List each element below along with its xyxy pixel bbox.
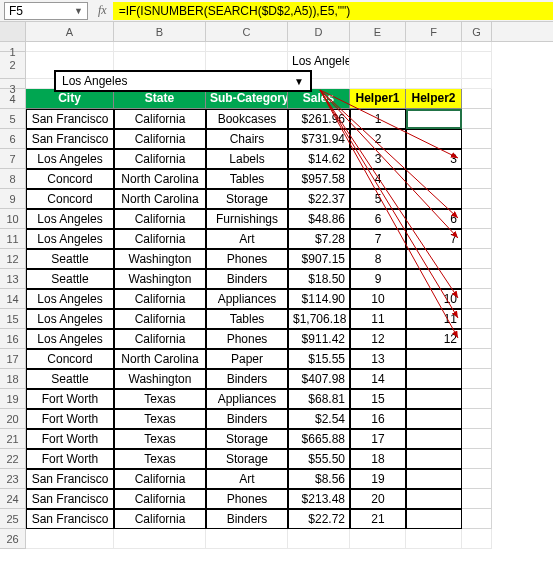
row-header[interactable]: 7 <box>0 149 26 169</box>
cell[interactable]: Fort Worth <box>26 449 114 469</box>
cell[interactable]: 7 <box>406 229 462 249</box>
row-header[interactable]: 4 <box>0 89 26 109</box>
cell[interactable]: Helper2 <box>406 89 462 109</box>
cell[interactable]: Los Angeles <box>26 309 114 329</box>
row-header[interactable]: 22 <box>0 449 26 469</box>
cell[interactable]: $907.15 <box>288 249 350 269</box>
cell[interactable] <box>462 489 492 509</box>
cell[interactable]: $7.28 <box>288 229 350 249</box>
cell[interactable] <box>462 209 492 229</box>
row-header[interactable]: 26 <box>0 529 26 549</box>
cell[interactable]: 12 <box>350 329 406 349</box>
cell[interactable] <box>462 369 492 389</box>
cell[interactable] <box>406 129 462 149</box>
name-box-input[interactable] <box>9 4 69 18</box>
row-header[interactable]: 16 <box>0 329 26 349</box>
cell[interactable] <box>462 269 492 289</box>
cell[interactable]: 19 <box>350 469 406 489</box>
cell[interactable]: $22.37 <box>288 189 350 209</box>
cell[interactable]: Concord <box>26 169 114 189</box>
cell[interactable] <box>406 269 462 289</box>
cell[interactable] <box>406 109 462 129</box>
cell[interactable]: 18 <box>350 449 406 469</box>
cell[interactable]: $18.50 <box>288 269 350 289</box>
cell[interactable]: 8 <box>350 249 406 269</box>
cell[interactable] <box>350 79 406 89</box>
cell[interactable]: 3 <box>406 149 462 169</box>
cell[interactable]: 14 <box>350 369 406 389</box>
cell[interactable] <box>114 42 206 52</box>
row-header[interactable]: 8 <box>0 169 26 189</box>
cell[interactable]: $14.62 <box>288 149 350 169</box>
cell[interactable]: Seattle <box>26 369 114 389</box>
cell[interactable]: 15 <box>350 389 406 409</box>
col-header-D[interactable]: D <box>288 22 350 41</box>
cell[interactable]: Tables <box>206 169 288 189</box>
cell[interactable]: 17 <box>350 429 406 449</box>
cell[interactable]: Fort Worth <box>26 429 114 449</box>
cell[interactable]: North Carolina <box>114 169 206 189</box>
cell[interactable]: $407.98 <box>288 369 350 389</box>
row-header[interactable]: 3 <box>0 79 26 89</box>
row-header[interactable]: 11 <box>0 229 26 249</box>
cell[interactable]: Los Angeles <box>26 289 114 309</box>
cell[interactable] <box>462 52 492 79</box>
cell[interactable]: Seattle <box>26 269 114 289</box>
cell[interactable] <box>462 189 492 209</box>
cell[interactable]: Appliances <box>206 289 288 309</box>
cell[interactable] <box>350 52 406 79</box>
cell[interactable]: California <box>114 149 206 169</box>
row-header[interactable]: 20 <box>0 409 26 429</box>
cell[interactable]: 5 <box>350 189 406 209</box>
cell[interactable] <box>206 42 288 52</box>
cell[interactable]: $957.58 <box>288 169 350 189</box>
cell[interactable]: $2.54 <box>288 409 350 429</box>
cell[interactable]: Binders <box>206 369 288 389</box>
cell[interactable] <box>406 42 462 52</box>
cell[interactable] <box>462 309 492 329</box>
cell[interactable] <box>462 429 492 449</box>
cell[interactable]: California <box>114 309 206 329</box>
row-header[interactable]: 24 <box>0 489 26 509</box>
cell[interactable]: Phones <box>206 329 288 349</box>
cell[interactable]: Sub-Category <box>206 89 288 109</box>
cell[interactable]: 11 <box>350 309 406 329</box>
cell[interactable]: 10 <box>406 289 462 309</box>
cell[interactable] <box>462 329 492 349</box>
cell[interactable] <box>406 249 462 269</box>
cell[interactable]: $15.55 <box>288 349 350 369</box>
cell[interactable]: San Francisco <box>26 509 114 529</box>
cell[interactable]: Texas <box>114 389 206 409</box>
cell[interactable]: $55.50 <box>288 449 350 469</box>
cell[interactable] <box>350 529 406 549</box>
cell[interactable]: Art <box>206 229 288 249</box>
cell[interactable]: Binders <box>206 409 288 429</box>
cell[interactable]: Texas <box>114 429 206 449</box>
cell[interactable]: Art <box>206 469 288 489</box>
cell[interactable]: California <box>114 109 206 129</box>
cell[interactable]: San Francisco <box>26 489 114 509</box>
cell[interactable]: 9 <box>350 269 406 289</box>
cell[interactable]: California <box>114 289 206 309</box>
cell[interactable]: North Carolina <box>114 189 206 209</box>
cell[interactable]: $114.90 <box>288 289 350 309</box>
cell[interactable]: Appliances <box>206 389 288 409</box>
cell[interactable]: $68.81 <box>288 389 350 409</box>
cell[interactable]: 6 <box>350 209 406 229</box>
col-header-B[interactable]: B <box>114 22 206 41</box>
cell[interactable]: Texas <box>114 449 206 469</box>
cell[interactable]: California <box>114 209 206 229</box>
cell[interactable] <box>462 149 492 169</box>
row-header[interactable]: 25 <box>0 509 26 529</box>
cell[interactable]: 10 <box>350 289 406 309</box>
cell[interactable] <box>406 429 462 449</box>
cell[interactable]: 3 <box>350 149 406 169</box>
formula-input[interactable]: =IF(ISNUMBER(SEARCH($D$2,A5)),E5,"") <box>113 2 553 20</box>
cell[interactable]: $731.94 <box>288 129 350 149</box>
cell[interactable]: Los Angeles <box>26 329 114 349</box>
cell[interactable]: 4 <box>350 169 406 189</box>
cell[interactable]: Washington <box>114 249 206 269</box>
cell[interactable] <box>462 79 492 89</box>
cell[interactable]: 1 <box>350 109 406 129</box>
cell[interactable] <box>462 169 492 189</box>
